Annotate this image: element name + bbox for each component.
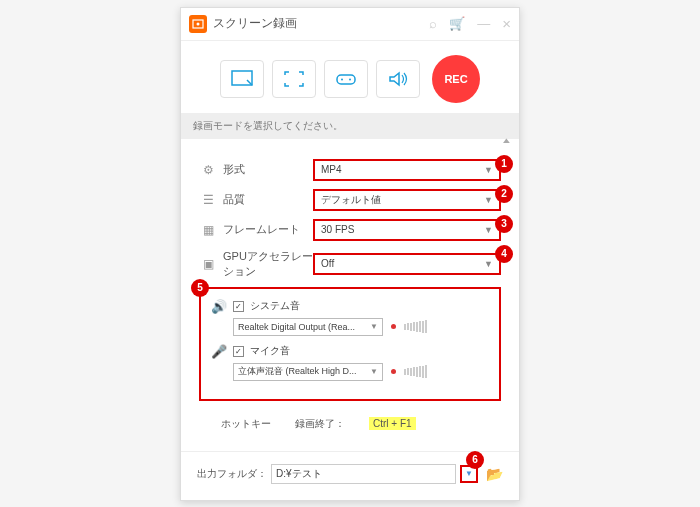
titlebar: スクリーン録画 ⌕ 🛒 — × bbox=[181, 8, 519, 40]
mic-audio-sub: 立体声混音 (Realtek High D... ▼ bbox=[233, 363, 489, 381]
mode-region-button[interactable] bbox=[220, 60, 264, 98]
annotation-badge-1: 1 bbox=[495, 155, 513, 173]
titlebar-actions: ⌕ 🛒 — × bbox=[429, 15, 511, 32]
system-audio-sub: Realtek Digital Output (Rea... ▼ bbox=[233, 318, 489, 336]
recording-dot-icon bbox=[391, 324, 396, 329]
folder-icon[interactable]: 📂 bbox=[486, 466, 503, 482]
quality-label: 品質 bbox=[217, 192, 313, 207]
hotkey-label: ホットキー bbox=[221, 417, 271, 431]
quality-value: デフォルト値 bbox=[321, 193, 381, 207]
mic-audio-row: 🎤 ✓ マイク音 bbox=[211, 344, 489, 359]
format-dropdown[interactable]: MP4 ▼ bbox=[313, 159, 501, 181]
mode-game-button[interactable] bbox=[324, 60, 368, 98]
mic-audio-level bbox=[404, 365, 427, 378]
gpu-dropdown[interactable]: Off ▼ bbox=[313, 253, 501, 275]
annotation-badge-4: 4 bbox=[495, 245, 513, 263]
gear-icon: ⚙ bbox=[199, 163, 217, 177]
chevron-down-icon: ▼ bbox=[484, 165, 493, 175]
framerate-label: フレームレート bbox=[217, 222, 313, 237]
close-button[interactable]: × bbox=[502, 15, 511, 32]
gpu-value: Off bbox=[321, 258, 334, 269]
microphone-icon: 🎤 bbox=[211, 344, 227, 359]
svg-point-1 bbox=[197, 22, 200, 25]
format-value: MP4 bbox=[321, 164, 342, 175]
output-dropdown-button[interactable]: ▼ 6 bbox=[460, 465, 478, 483]
system-audio-label: システム音 bbox=[250, 299, 300, 313]
format-label: 形式 bbox=[217, 162, 313, 177]
hotkey-action: 録画終了： bbox=[295, 417, 345, 431]
framerate-dropdown[interactable]: 30 FPS ▼ bbox=[313, 219, 501, 241]
output-row: 出力フォルダ： D:¥テスト ▼ 6 📂 bbox=[181, 451, 519, 500]
annotation-badge-2: 2 bbox=[495, 185, 513, 203]
gpu-label: GPUアクセラレーション bbox=[217, 249, 313, 279]
mic-audio-checkbox[interactable]: ✓ bbox=[233, 346, 244, 357]
system-audio-row: 🔊 ✓ システム音 bbox=[211, 299, 489, 314]
mode-audio-button[interactable] bbox=[376, 60, 420, 98]
annotation-badge-6: 6 bbox=[466, 451, 484, 469]
chevron-down-icon: ▼ bbox=[484, 225, 493, 235]
hotkey-row: ホットキー 録画終了： Ctrl + F1 bbox=[221, 417, 501, 431]
speaker-icon: 🔊 bbox=[211, 299, 227, 314]
quality-dropdown[interactable]: デフォルト値 ▼ bbox=[313, 189, 501, 211]
svg-point-4 bbox=[341, 78, 343, 80]
sliders-icon: ☰ bbox=[199, 193, 217, 207]
chevron-down-icon: ▼ bbox=[484, 259, 493, 269]
record-button[interactable]: REC bbox=[432, 55, 480, 103]
settings-panel: ⚙ 形式 MP4 ▼ 1 ☰ 品質 デフォルト値 ▼ 2 ▦ フレームレート 3… bbox=[181, 139, 519, 451]
mic-audio-device: 立体声混音 (Realtek High D... bbox=[238, 365, 357, 378]
mode-toolbar: REC bbox=[181, 40, 519, 113]
gpu-row: ▣ GPUアクセラレーション Off ▼ 4 bbox=[199, 249, 501, 279]
audio-settings-box: 5 🔊 ✓ システム音 Realtek Digital Output (Rea.… bbox=[199, 287, 501, 401]
window-title: スクリーン録画 bbox=[213, 15, 429, 32]
app-window: スクリーン録画 ⌕ 🛒 — × REC 録画モードを選択してください。 ⚙ 形式… bbox=[180, 7, 520, 501]
chevron-down-icon: ▼ bbox=[370, 367, 378, 376]
app-logo-icon bbox=[189, 15, 207, 33]
framerate-row: ▦ フレームレート 30 FPS ▼ 3 bbox=[199, 219, 501, 241]
cart-icon[interactable]: 🛒 bbox=[449, 16, 465, 31]
key-icon[interactable]: ⌕ bbox=[429, 16, 437, 31]
framerate-value: 30 FPS bbox=[321, 224, 354, 235]
mic-audio-label: マイク音 bbox=[250, 344, 290, 358]
output-path-field[interactable]: D:¥テスト bbox=[271, 464, 456, 484]
format-row: ⚙ 形式 MP4 ▼ 1 bbox=[199, 159, 501, 181]
recording-dot-icon bbox=[391, 369, 396, 374]
system-audio-device-dropdown[interactable]: Realtek Digital Output (Rea... ▼ bbox=[233, 318, 383, 336]
chevron-down-icon: ▼ bbox=[370, 322, 378, 331]
output-label: 出力フォルダ： bbox=[197, 467, 267, 481]
system-audio-checkbox[interactable]: ✓ bbox=[233, 301, 244, 312]
mode-fullscreen-button[interactable] bbox=[272, 60, 316, 98]
hint-bar: 録画モードを選択してください。 bbox=[181, 113, 519, 139]
quality-row: ☰ 品質 デフォルト値 ▼ 2 bbox=[199, 189, 501, 211]
svg-point-5 bbox=[349, 78, 351, 80]
system-audio-device: Realtek Digital Output (Rea... bbox=[238, 322, 355, 332]
system-audio-level bbox=[404, 320, 427, 333]
svg-rect-3 bbox=[337, 75, 355, 84]
mic-audio-device-dropdown[interactable]: 立体声混音 (Realtek High D... ▼ bbox=[233, 363, 383, 381]
chip-icon: ▣ bbox=[199, 257, 217, 271]
annotation-badge-5: 5 bbox=[191, 279, 209, 297]
film-icon: ▦ bbox=[199, 223, 217, 237]
minimize-button[interactable]: — bbox=[477, 16, 490, 31]
hotkey-value: Ctrl + F1 bbox=[369, 417, 416, 430]
annotation-badge-3: 3 bbox=[495, 215, 513, 233]
chevron-down-icon: ▼ bbox=[484, 195, 493, 205]
